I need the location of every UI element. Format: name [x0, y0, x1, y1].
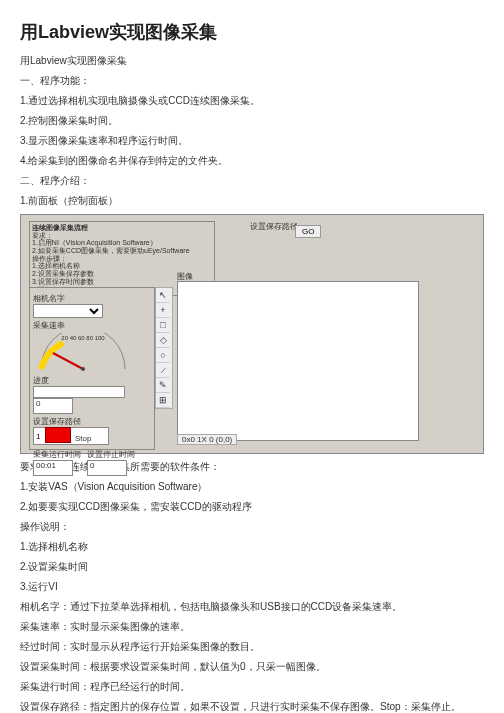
run-time-label: 采集运行时间: [33, 449, 81, 460]
camera-label: 相机名字: [33, 293, 151, 304]
set-time-label: 设置停止时间: [87, 449, 135, 460]
tool-arrow-icon[interactable]: ↖: [156, 288, 170, 303]
flow-l4: 1.选择相机名称: [32, 262, 212, 270]
tool-grid-icon[interactable]: ⊞: [156, 393, 170, 408]
progress-value[interactable]: 0: [33, 398, 73, 414]
tool-zoom-icon[interactable]: +: [156, 303, 170, 318]
rate-label: 采集速率: [33, 320, 151, 331]
go-button[interactable]: GO: [295, 225, 321, 238]
progress-label: 进度: [33, 375, 151, 386]
desc-1: 采集速率：实时显示采集图像的速率。: [20, 620, 484, 634]
op-2: 2.设置采集时间: [20, 560, 484, 574]
page-title: 用Labview实现图像采集: [20, 20, 484, 44]
flow-title: 连续图像采集流程: [32, 224, 212, 232]
req-1: 1.安装VAS（Vision Acquisition Software）: [20, 480, 484, 494]
tool-oval-icon[interactable]: ○: [156, 348, 170, 363]
controls-box: 相机名字 采集速率 20 40 60 80 100 进度 0 设置保存路径: [29, 287, 155, 450]
flow-l1: 1.启用NI（Vision Acquisition Software）: [32, 239, 212, 247]
progress-bar: [33, 386, 125, 398]
rate-gauge: 20 40 60 80 100: [33, 333, 133, 373]
tool-line-icon[interactable]: ⟋: [156, 363, 170, 378]
tool-rect-icon[interactable]: □: [156, 318, 170, 333]
op-3: 3.运行VI: [20, 580, 484, 594]
desc-5: 设置保存路径：指定图片的保存位置，如果不设置，只进行实时采集不保存图像。Stop…: [20, 700, 484, 713]
stop-button[interactable]: [45, 427, 71, 443]
tool-pen-icon[interactable]: ✎: [156, 378, 170, 393]
camera-select[interactable]: [33, 304, 103, 318]
tool-rotrect-icon[interactable]: ◇: [156, 333, 170, 348]
intro-line: 用Labview实现图像采集: [20, 54, 484, 68]
front-panel-label: 1.前面板（控制面板）: [20, 194, 484, 208]
op-title: 操作说明：: [20, 520, 484, 534]
func-1: 1.通过选择相机实现电脑摄像头或CCD连续图像采集。: [20, 94, 484, 108]
func-4: 4.给采集到的图像命名并保存到特定的文件夹。: [20, 154, 484, 168]
save-path-label: 设置保存路径: [33, 416, 151, 427]
func-2: 2.控制图像采集时间。: [20, 114, 484, 128]
go-label: 设置保存路径: [250, 221, 298, 232]
sec-intro: 二、程序介绍：: [20, 174, 484, 188]
image-toolbar: ↖ + □ ◇ ○ ⟋ ✎ ⊞: [155, 287, 173, 409]
stop-label: Stop: [75, 434, 91, 443]
req-2: 2.如要要实现CCD图像采集，需安装CCD的驱动程序: [20, 500, 484, 514]
desc-2: 经过时间：实时显示从程序运行开始采集图像的数目。: [20, 640, 484, 654]
desc-3: 设置采集时间：根据要求设置采集时间，默认值为0，只采一幅图像。: [20, 660, 484, 674]
sec-func: 一、程序功能：: [20, 74, 484, 88]
image-display[interactable]: [177, 281, 419, 441]
svg-point-1: [81, 367, 85, 371]
flow-l0: 要求：: [32, 232, 212, 240]
front-panel-screenshot: 连续图像采集流程 要求： 1.启用NI（Vision Acquisition S…: [20, 214, 484, 454]
flow-l2: 2.如要采集CCD图像采集，需要驱动uEye/Software: [32, 247, 212, 255]
desc-4: 采集进行时间：程序已经运行的时间。: [20, 680, 484, 694]
func-3: 3.显示图像采集速率和程序运行时间。: [20, 134, 484, 148]
svg-line-0: [53, 353, 83, 369]
desc-0: 相机名字：通过下拉菜单选择相机，包括电脑摄像头和USB接口的CCD设备采集速率。: [20, 600, 484, 614]
zoom-info: 0x0 1X 0 (0,0): [177, 434, 237, 445]
set-time-value[interactable]: 0: [87, 460, 127, 476]
gauge-numbers: 20 40 60 80 100: [33, 335, 133, 341]
op-1: 1.选择相机名称: [20, 540, 484, 554]
run-time-value: 00:01: [33, 460, 73, 476]
flow-l3: 操作步骤：: [32, 255, 212, 263]
